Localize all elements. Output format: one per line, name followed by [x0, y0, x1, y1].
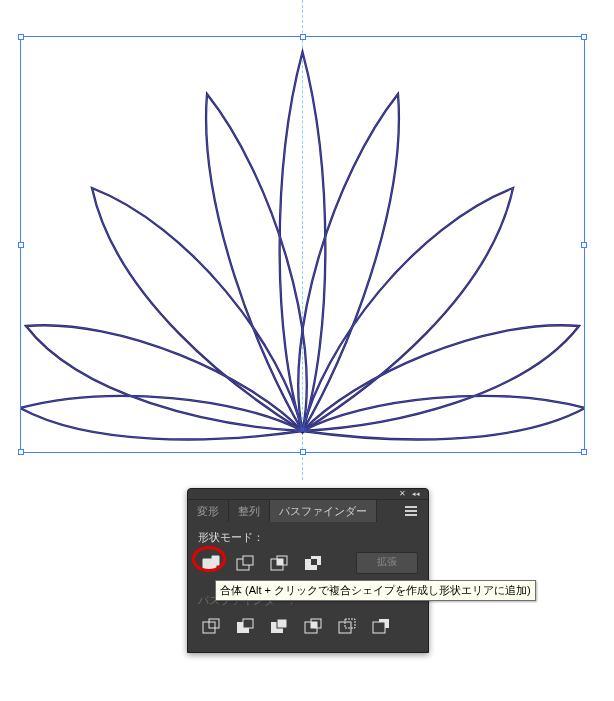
resize-handle-br[interactable]: [581, 449, 587, 455]
divide-icon: [201, 617, 221, 635]
svg-rect-11: [243, 619, 253, 628]
intersect-icon: [269, 554, 289, 572]
tab-pathfinder[interactable]: パスファインダー: [270, 500, 377, 522]
resize-handle-tr[interactable]: [581, 34, 587, 40]
close-icon[interactable]: ✕: [399, 490, 406, 498]
resize-handle-ml[interactable]: [18, 242, 24, 248]
merge-icon: [269, 617, 289, 635]
shape-modes-row: 拡張: [198, 551, 418, 575]
svg-rect-18: [345, 619, 355, 628]
canvas[interactable]: [0, 0, 614, 480]
svg-rect-20: [373, 622, 385, 633]
crop-icon: [303, 617, 323, 635]
panel-tabs: 変形 整列 パスファインダー: [188, 500, 428, 522]
selection-bounding-box[interactable]: [20, 36, 585, 453]
minus-front-icon: [235, 554, 255, 572]
panel-menu-button[interactable]: [400, 500, 422, 522]
trim-icon: [235, 617, 255, 635]
pathfinder-trim-button[interactable]: [232, 614, 258, 638]
shape-mode-intersect-button[interactable]: [266, 551, 292, 575]
pathfinder-merge-button[interactable]: [266, 614, 292, 638]
pathfinder-panel: ✕ ◂◂ 変形 整列 パスファインダー 形状モード：: [187, 488, 429, 653]
shape-mode-exclude-button[interactable]: [300, 551, 326, 575]
resize-handle-tl[interactable]: [18, 34, 24, 40]
pathfinder-minus-back-button[interactable]: [368, 614, 394, 638]
svg-rect-13: [277, 619, 287, 628]
svg-rect-1: [243, 556, 253, 565]
tooltip: 合体 (Alt + クリックで複合シェイプを作成し形状エリアに追加): [215, 580, 536, 601]
svg-rect-9: [209, 619, 219, 628]
resize-handle-tm[interactable]: [300, 34, 306, 40]
resize-handle-bl[interactable]: [18, 449, 24, 455]
shape-mode-unite-button[interactable]: [198, 551, 224, 575]
pathfinder-outline-button[interactable]: [334, 614, 360, 638]
panel-titlebar[interactable]: ✕ ◂◂: [188, 489, 428, 500]
collapse-icon[interactable]: ◂◂: [412, 491, 422, 497]
resize-handle-bm[interactable]: [300, 449, 306, 455]
shape-modes-label: 形状モード：: [198, 530, 418, 545]
svg-rect-7: [311, 559, 317, 565]
pathfinder-crop-button[interactable]: [300, 614, 326, 638]
pathfinder-divide-button[interactable]: [198, 614, 224, 638]
unite-icon: [201, 554, 221, 572]
minus-back-icon: [371, 617, 391, 635]
exclude-icon: [303, 554, 323, 572]
outline-icon: [337, 617, 357, 635]
tab-transform[interactable]: 変形: [188, 500, 229, 522]
hamburger-icon: [405, 510, 417, 512]
resize-handle-mr[interactable]: [581, 242, 587, 248]
tab-align[interactable]: 整列: [229, 500, 270, 522]
pathfinders-row: [198, 614, 418, 638]
shape-mode-minus-front-button[interactable]: [232, 551, 258, 575]
expand-button[interactable]: 拡張: [356, 552, 418, 574]
svg-rect-15: [311, 622, 317, 628]
svg-rect-4: [277, 559, 283, 565]
